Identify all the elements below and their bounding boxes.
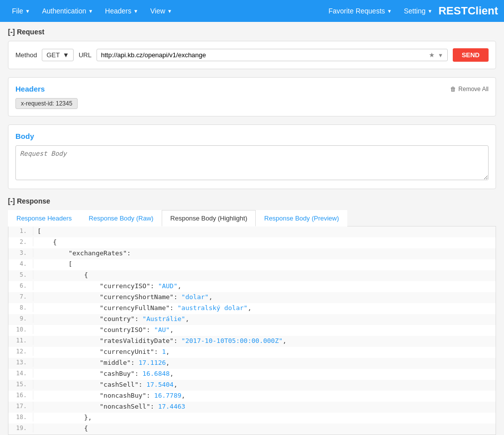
nav-view[interactable]: View ▼ xyxy=(144,0,178,22)
trash-icon: 🗑 xyxy=(450,86,456,93)
app-brand: RESTClient xyxy=(438,4,498,17)
line-number: 1. xyxy=(8,226,33,235)
line-content: [ xyxy=(33,259,76,269)
line-number: 12. xyxy=(8,347,33,356)
tab-response-raw[interactable]: Response Body (Raw) xyxy=(80,210,162,226)
line-content: "noncashBuy": 16.7789, xyxy=(33,391,189,400)
headers-box: Headers 🗑 Remove All x-request-id: 12345 xyxy=(8,77,496,116)
code-line: 19. { xyxy=(8,424,496,435)
code-line: 16. "noncashBuy": 16.7789, xyxy=(8,391,496,402)
method-label: Method xyxy=(15,51,37,59)
url-star-icon[interactable]: ★ xyxy=(429,51,435,59)
method-value: GET xyxy=(46,51,60,59)
body-box: Body xyxy=(8,124,496,189)
line-content: "cashBuy": 16.6848, xyxy=(33,369,178,378)
line-content: "noncashSell": 17.4463 xyxy=(33,402,189,411)
nav-favorites[interactable]: Favorite Requests ▼ xyxy=(322,0,398,22)
remove-all-button[interactable]: 🗑 Remove All xyxy=(450,86,489,93)
code-line: 2. { xyxy=(8,237,496,248)
nav-auth-arrow: ▼ xyxy=(88,8,93,14)
request-box: Method GET ▼ URL ★ ▼ SEND xyxy=(8,41,496,69)
line-number: 18. xyxy=(8,413,33,422)
send-button[interactable]: SEND xyxy=(453,48,489,62)
method-dropdown-arrow: ▼ xyxy=(63,51,69,59)
line-number: 7. xyxy=(8,292,33,301)
line-number: 6. xyxy=(8,281,33,290)
navbar-right: Favorite Requests ▼ Setting ▼ RESTClient xyxy=(322,0,498,22)
request-collapse[interactable]: [-] Request xyxy=(8,28,496,36)
line-content: { xyxy=(33,237,61,247)
line-content: "currencyFullName": "australský dolar", xyxy=(33,303,256,313)
nav-setting-arrow: ▼ xyxy=(427,8,432,14)
remove-all-label: Remove All xyxy=(458,86,489,93)
line-number: 5. xyxy=(8,270,33,279)
code-line: 11. "ratesValidityDate": "2017-10-10T05:… xyxy=(8,336,496,347)
line-number: 3. xyxy=(8,248,33,257)
headers-title-row: Headers 🗑 Remove All xyxy=(15,85,489,93)
tab-response-highlight[interactable]: Response Body (Highlight) xyxy=(162,210,256,226)
line-number: 13. xyxy=(8,358,33,367)
line-number: 14. xyxy=(8,369,33,378)
code-line: 17. "noncashSell": 17.4463 xyxy=(8,402,496,413)
code-line: 14. "cashBuy": 16.6848, xyxy=(8,369,496,380)
code-line: 5. { xyxy=(8,270,496,281)
code-line: 3. "exchangeRates": xyxy=(8,248,496,259)
nav-file-arrow: ▼ xyxy=(25,8,30,14)
line-number: 15. xyxy=(8,380,33,389)
nav-headers[interactable]: Headers ▼ xyxy=(99,0,144,22)
body-title: Body xyxy=(15,132,489,140)
line-number: 19. xyxy=(8,424,33,433)
navbar: File ▼ Authentication ▼ Headers ▼ View ▼… xyxy=(0,0,504,22)
line-content: }, xyxy=(33,413,96,422)
main-content: [-] Request Method GET ▼ URL ★ ▼ SEND He… xyxy=(0,22,504,435)
tab-response-preview[interactable]: Response Body (Preview) xyxy=(256,210,347,226)
code-line: 18. }, xyxy=(8,413,496,424)
tab-response-headers[interactable]: Response Headers xyxy=(8,210,80,226)
line-number: 17. xyxy=(8,402,33,411)
nav-authentication[interactable]: Authentication ▼ xyxy=(36,0,99,22)
request-row: Method GET ▼ URL ★ ▼ SEND xyxy=(15,48,489,62)
method-select[interactable]: GET ▼ xyxy=(42,49,74,61)
line-number: 16. xyxy=(8,391,33,400)
response-tabs-container: Response Headers Response Body (Raw) Res… xyxy=(8,210,496,435)
header-tag[interactable]: x-request-id: 12345 xyxy=(15,98,78,109)
line-content: { xyxy=(33,424,92,433)
line-content: "currencyShortName": "dolar", xyxy=(33,292,216,302)
code-line: 9. "country": "Austrálie", xyxy=(8,314,496,325)
nav-favorites-arrow: ▼ xyxy=(387,8,392,14)
line-content: [ xyxy=(33,226,45,236)
line-number: 11. xyxy=(8,336,33,345)
code-area: 1.[2. {3. "exchangeRates":4. [5. {6. "cu… xyxy=(8,226,496,435)
body-textarea[interactable] xyxy=(15,145,489,180)
code-line: 8. "currencyFullName": "australský dolar… xyxy=(8,303,496,314)
code-line: 4. [ xyxy=(8,259,496,270)
headers-title: Headers xyxy=(15,85,45,93)
line-content: "currencyUnit": 1, xyxy=(33,347,174,356)
response-collapse[interactable]: [-] Response xyxy=(8,197,496,205)
url-label: URL xyxy=(79,51,92,59)
code-line: 13. "middle": 17.1126, xyxy=(8,358,496,369)
code-line: 15. "cashSell": 17.5404, xyxy=(8,380,496,391)
line-content: "countryISO": "AU", xyxy=(33,325,178,334)
code-line: 10. "countryISO": "AU", xyxy=(8,325,496,336)
line-number: 2. xyxy=(8,237,33,246)
code-line: 12. "currencyUnit": 1, xyxy=(8,347,496,358)
code-line: 7. "currencyShortName": "dolar", xyxy=(8,292,496,303)
nav-file[interactable]: File ▼ xyxy=(6,0,36,22)
line-content: "middle": 17.1126, xyxy=(33,358,174,367)
nav-setting[interactable]: Setting ▼ xyxy=(398,0,439,22)
line-number: 8. xyxy=(8,303,33,312)
url-input-wrap: ★ ▼ xyxy=(97,49,448,61)
code-line: 6. "currencyISO": "AUD", xyxy=(8,281,496,292)
url-input[interactable] xyxy=(101,51,426,59)
line-content: "currencyISO": "AUD", xyxy=(33,281,186,291)
line-number: 10. xyxy=(8,325,33,334)
line-content: "country": "Austrálie", xyxy=(33,314,193,324)
url-dropdown-icon[interactable]: ▼ xyxy=(438,52,443,58)
nav-headers-arrow: ▼ xyxy=(133,8,138,14)
code-line: 1.[ xyxy=(8,226,496,237)
line-content: "exchangeRates": xyxy=(33,248,135,258)
line-number: 9. xyxy=(8,314,33,323)
nav-view-arrow: ▼ xyxy=(167,8,172,14)
response-tabs: Response Headers Response Body (Raw) Res… xyxy=(8,210,496,226)
